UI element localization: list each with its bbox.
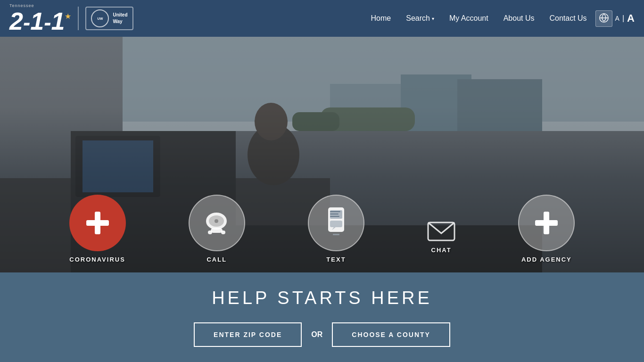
logo-211[interactable]: 2-1-1★ xyxy=(9,9,71,33)
call-phone-icon xyxy=(201,208,232,239)
or-label: OR xyxy=(311,330,322,339)
add-agency-circle xyxy=(518,195,575,251)
chat-icon-item[interactable]: CHAT xyxy=(427,220,455,254)
nav-contact-us[interactable]: Contact Us xyxy=(543,10,593,26)
font-size-controls: A | A xyxy=(615,12,635,25)
svg-rect-6 xyxy=(292,112,339,131)
nav-search[interactable]: Search ▾ xyxy=(399,10,441,26)
coronavirus-label: CORONAVIRUS xyxy=(69,256,125,263)
united-way-circle: UW xyxy=(91,9,109,27)
svg-rect-26 xyxy=(330,216,339,217)
add-agency-icon-item[interactable]: ADD AGENCY xyxy=(518,195,575,263)
main-nav: Home Search ▾ My Account About Us Contac… xyxy=(364,10,635,27)
add-agency-label: ADD AGENCY xyxy=(521,256,572,263)
text-label: TEXT xyxy=(326,256,346,263)
nav-home[interactable]: Home xyxy=(364,10,398,26)
logo-divider xyxy=(78,7,79,30)
nav-utilities: A | A xyxy=(595,10,635,27)
svg-rect-20 xyxy=(208,230,212,234)
font-size-small[interactable]: A xyxy=(615,15,619,22)
font-divider: | xyxy=(622,14,624,23)
call-icon-item[interactable]: CALL xyxy=(189,195,245,263)
main-header: Tennessee 2-1-1★ UW United Way Home Sear… xyxy=(0,0,644,37)
svg-rect-21 xyxy=(221,230,225,234)
logo-star: ★ xyxy=(65,12,71,21)
svg-point-18 xyxy=(215,219,218,223)
chat-email-icon xyxy=(427,220,455,244)
coronavirus-plus-icon xyxy=(83,209,112,237)
add-agency-plus-icon xyxy=(532,209,561,237)
font-size-large[interactable]: A xyxy=(627,12,635,25)
svg-rect-27 xyxy=(330,221,342,227)
svg-rect-32 xyxy=(535,220,558,226)
text-icon-item[interactable]: TEXT xyxy=(308,195,364,263)
coronavirus-circle xyxy=(69,195,126,251)
logo-area: Tennessee 2-1-1★ UW United Way xyxy=(9,3,133,33)
county-button[interactable]: CHOOSE A COUNTY xyxy=(332,322,450,347)
svg-rect-25 xyxy=(330,214,339,214)
svg-rect-19 xyxy=(211,228,223,233)
translate-button[interactable] xyxy=(595,10,612,27)
text-circle xyxy=(308,195,364,251)
svg-rect-29 xyxy=(333,234,339,235)
united-way-badge: UW United Way xyxy=(85,7,133,30)
text-mobile-icon xyxy=(322,206,351,239)
svg-rect-24 xyxy=(330,211,340,212)
svg-point-12 xyxy=(255,103,288,140)
hero-icons-container: CORONAVIRUS CALL xyxy=(0,195,644,272)
help-section: HELP STARTS HERE ENTER ZIP CODE OR CHOOS… xyxy=(0,272,644,362)
coronavirus-icon-item[interactable]: CORONAVIRUS xyxy=(69,195,126,263)
svg-rect-15 xyxy=(86,220,109,226)
translate-icon xyxy=(599,13,609,25)
help-inputs-container: ENTER ZIP CODE OR CHOOSE A COUNTY xyxy=(194,322,450,347)
hero-section: CORONAVIRUS CALL xyxy=(0,37,644,272)
svg-rect-10 xyxy=(83,140,153,192)
search-caret: ▾ xyxy=(432,16,434,21)
zip-code-button[interactable]: ENTER ZIP CODE xyxy=(194,322,302,347)
nav-my-account[interactable]: My Account xyxy=(443,10,495,26)
call-label: CALL xyxy=(206,256,227,263)
svg-rect-4 xyxy=(457,79,542,131)
help-title: HELP STARTS HERE xyxy=(212,288,432,308)
united-way-text: United Way xyxy=(113,12,127,25)
chat-label: CHAT xyxy=(431,247,452,254)
nav-about-us[interactable]: About Us xyxy=(497,10,541,26)
call-circle xyxy=(189,195,245,251)
